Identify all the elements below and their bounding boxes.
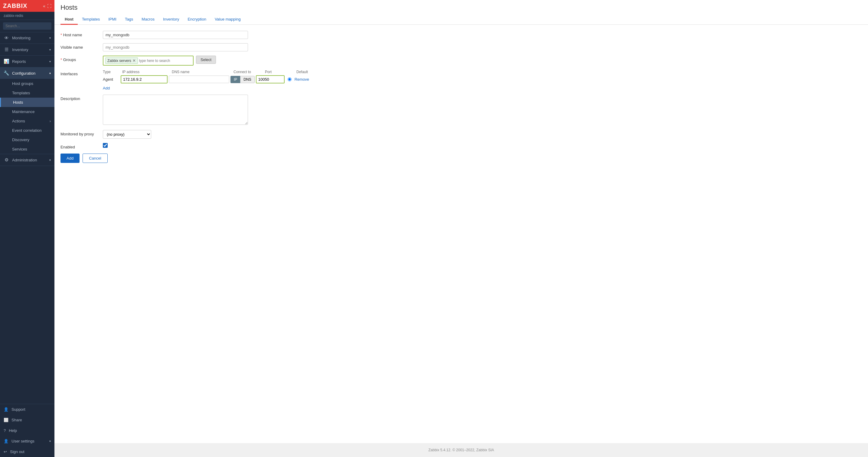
enabled-checkbox[interactable] [103, 143, 108, 148]
interface-ip-input[interactable] [121, 75, 167, 84]
sidebar-item-support[interactable]: 👤 Support [0, 404, 55, 415]
tab-tags[interactable]: Tags [121, 14, 137, 25]
interfaces-label: Interfaces [61, 70, 103, 76]
sidebar-header: ZABBIX « ⛶ [0, 0, 55, 12]
search-input[interactable] [3, 22, 52, 30]
host-name-control [103, 31, 333, 39]
sidebar-item-discovery[interactable]: Discovery [0, 135, 55, 144]
connect-dns-button[interactable]: DNS [240, 76, 254, 83]
sidebar-item-help[interactable]: ? Help [0, 425, 55, 436]
cancel-button[interactable]: Cancel [83, 154, 107, 163]
group-tag-zabbix-servers: Zabbix servers ✕ [105, 58, 138, 64]
tab-macros[interactable]: Macros [137, 14, 159, 25]
sidebar-bottom: 👤 Support ⬜ Share ? Help 👤 User settings… [0, 404, 55, 457]
col-type-header: Type [103, 70, 121, 74]
nav-monitoring: 👁 Monitoring ▾ [0, 32, 55, 44]
sub-item-label: Actions [12, 119, 25, 123]
select-button[interactable]: Select [196, 56, 216, 64]
host-name-label: Host name [61, 31, 103, 37]
content-area: Host name Visible name Groups Zabbi [55, 25, 868, 443]
sidebar-user: zabbix-redis [0, 12, 55, 20]
tab-templates[interactable]: Templates [78, 14, 104, 25]
interface-default-radio[interactable] [288, 77, 291, 81]
sidebar-item-label: Inventory [12, 47, 28, 52]
interface-dns-input[interactable] [169, 75, 229, 83]
sub-item-label: Host groups [12, 81, 33, 86]
sidebar-item-hosts[interactable]: Hosts [0, 98, 55, 107]
sidebar-item-share[interactable]: ⬜ Share [0, 415, 55, 425]
description-textarea[interactable] [103, 95, 248, 125]
sidebar-item-configuration[interactable]: 🔧 Configuration ▾ [0, 67, 55, 79]
visible-name-input[interactable] [103, 43, 248, 52]
description-control [103, 95, 333, 126]
footer: Zabbix 5.4.12. © 2001–2022, Zabbix SIA [55, 443, 868, 457]
interfaces-header: Type IP address DNS name Connect to Port… [103, 70, 333, 74]
collapse-icon[interactable]: « [43, 4, 45, 8]
sidebar-item-label: Monitoring [12, 36, 31, 40]
wrench-icon: 🔧 [4, 70, 9, 76]
sidebar-search-container [0, 20, 55, 32]
proxy-row: Monitored by proxy (no proxy) [61, 130, 333, 139]
tab-encryption[interactable]: Encryption [183, 14, 210, 25]
bottom-item-label: Share [11, 418, 22, 422]
interfaces-container: Type IP address DNS name Connect to Port… [103, 70, 333, 90]
sidebar-item-inventory[interactable]: ☰ Inventory ▾ [0, 44, 55, 55]
tab-value-mapping[interactable]: Value mapping [211, 14, 245, 25]
col-port-header: Port [265, 70, 295, 74]
share-icon: ⬜ [4, 418, 8, 422]
sub-item-label: Hosts [13, 100, 23, 105]
tab-host[interactable]: Host [61, 14, 78, 25]
sub-item-label: Discovery [12, 137, 29, 142]
groups-search-input[interactable] [139, 59, 185, 63]
sidebar-item-event-correlation[interactable]: Event correlation [0, 126, 55, 135]
enabled-label: Enabled [61, 143, 103, 149]
sidebar-item-user-settings[interactable]: 👤 User settings ▾ [0, 436, 55, 447]
chevron-icon: ▾ [49, 158, 51, 162]
sidebar-item-label: Configuration [12, 71, 35, 75]
add-button[interactable]: Add [61, 154, 80, 163]
sidebar-item-host-groups[interactable]: Host groups [0, 79, 55, 88]
sub-item-label: Event correlation [12, 128, 42, 133]
group-tag-remove[interactable]: ✕ [132, 58, 136, 63]
groups-input-container[interactable]: Zabbix servers ✕ [103, 56, 193, 66]
interface-port-input[interactable] [256, 75, 285, 84]
host-name-input[interactable] [103, 31, 248, 39]
add-interface-link[interactable]: Add [103, 86, 110, 90]
sidebar-item-label: Administration [12, 158, 37, 162]
gear-icon: ⚙ [4, 157, 9, 163]
nav-inventory: ☰ Inventory ▾ [0, 44, 55, 56]
nav-configuration: 🔧 Configuration ▾ Host groups Templates … [0, 67, 55, 154]
bottom-item-label: Sign out [10, 450, 25, 454]
visible-name-label: Visible name [61, 43, 103, 50]
chart-icon: 📊 [4, 59, 9, 64]
sidebar-item-sign-out[interactable]: ↩ Sign out [0, 447, 55, 457]
sidebar-item-monitoring[interactable]: 👁 Monitoring ▾ [0, 32, 55, 43]
tab-inventory[interactable]: Inventory [159, 14, 183, 25]
proxy-label: Monitored by proxy [61, 130, 103, 136]
connect-ip-button[interactable]: IP [230, 76, 240, 83]
page-header: Hosts Host Templates IPMI Tags Macros In… [55, 0, 868, 25]
user-icon: 👤 [4, 439, 8, 444]
enabled-row: Enabled [61, 143, 333, 149]
host-form: Host name Visible name Groups Zabbi [61, 31, 333, 163]
sidebar-item-services[interactable]: Services [0, 144, 55, 154]
signout-icon: ↩ [4, 450, 7, 454]
tab-ipmi[interactable]: IPMI [104, 14, 121, 25]
sidebar-controls: « ⛶ [43, 4, 52, 8]
sidebar-item-actions[interactable]: Actions › [0, 117, 55, 126]
col-dns-header: DNS name [172, 70, 232, 74]
main-content: Hosts Host Templates IPMI Tags Macros In… [55, 0, 868, 457]
enabled-control [103, 143, 333, 149]
nav-administration: ⚙ Administration ▾ [0, 154, 55, 166]
sidebar-item-administration[interactable]: ⚙ Administration ▾ [0, 154, 55, 166]
eye-icon: 👁 [4, 35, 9, 40]
remove-interface-link[interactable]: Remove [294, 77, 309, 81]
sidebar-item-templates[interactable]: Templates [0, 88, 55, 98]
proxy-select[interactable]: (no proxy) [103, 130, 151, 139]
description-label: Description [61, 95, 103, 101]
sidebar-item-reports[interactable]: 📊 Reports ▾ [0, 56, 55, 67]
chevron-icon: ▾ [49, 36, 51, 40]
sidebar-item-maintenance[interactable]: Maintenance [0, 107, 55, 117]
page-title: Hosts [61, 4, 862, 11]
expand-icon[interactable]: ⛶ [47, 4, 52, 8]
